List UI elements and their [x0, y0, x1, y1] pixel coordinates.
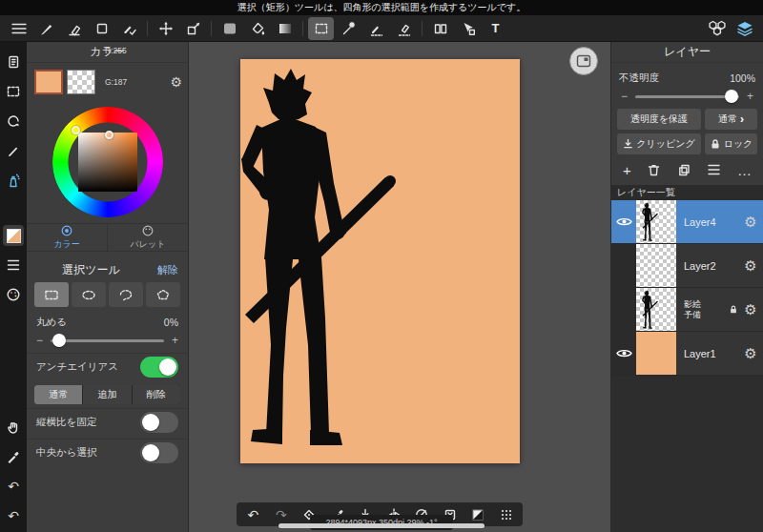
layer-list-button[interactable] [707, 163, 721, 176]
hue-selector-dot[interactable] [72, 126, 80, 134]
text-tool-button[interactable]: T [483, 17, 508, 40]
airbrush-panel-button[interactable] [3, 170, 24, 191]
palette-panel-button[interactable] [3, 284, 24, 305]
layers-toggle-button[interactable] [732, 17, 757, 40]
color-wheel[interactable] [52, 107, 163, 217]
select-rect-shape-button[interactable] [34, 282, 69, 307]
center-select-row: 中央から選択 [27, 439, 188, 465]
pen-panel-button[interactable] [3, 140, 24, 161]
center-select-toggle[interactable] [140, 442, 178, 463]
select-polygon-shape-button[interactable] [146, 282, 180, 307]
clipping-icon [623, 138, 633, 150]
plus-icon[interactable]: + [172, 334, 178, 347]
move-tool-button[interactable] [153, 17, 178, 40]
redo-button[interactable]: ↷ [270, 504, 293, 525]
round-slider[interactable] [51, 339, 164, 342]
eraser-tool-button[interactable] [61, 17, 87, 40]
canvas-area[interactable]: ↶ ↷ 2894*4093px 350dpi 29% -1° [189, 42, 610, 532]
undo-button[interactable]: ↶ [3, 476, 24, 497]
layer-settings-button[interactable]: ⚙ [738, 214, 763, 231]
delete-layer-button[interactable] [647, 163, 661, 177]
layer-settings-button[interactable]: ⚙ [738, 301, 763, 318]
color-settings-button[interactable]: ⚙ [170, 74, 182, 90]
layer-row-layer1[interactable]: Layer1 ⚙ [611, 332, 763, 376]
floating-window-button[interactable] [569, 47, 598, 75]
list-icon [6, 258, 21, 272]
select-panel-button[interactable] [3, 81, 24, 102]
minus-icon[interactable]: − [36, 334, 43, 347]
sync-icon [6, 113, 21, 129]
eyedropper-tool-button[interactable] [3, 446, 24, 467]
select-ellipse-shape-button[interactable] [72, 282, 106, 307]
deselect-button[interactable]: 解除 [146, 263, 178, 277]
list-panel-button[interactable] [3, 255, 24, 276]
hand-tool-button[interactable] [3, 417, 24, 438]
layers-panel: レイヤー 不透明度 100% − + 透明度を保護 通常› クリッピング ロック… [610, 42, 763, 532]
round-slider-thumb[interactable] [52, 334, 66, 347]
operation-tool-button[interactable] [455, 17, 481, 40]
brush-tool-button[interactable] [33, 17, 59, 40]
antialias-toggle[interactable] [140, 357, 178, 378]
menu-button[interactable] [6, 17, 31, 40]
canvas[interactable] [240, 59, 520, 463]
plus-icon[interactable]: + [747, 90, 753, 103]
minus-icon[interactable]: − [621, 90, 628, 103]
reset-view-button[interactable] [3, 111, 24, 132]
clipping-button[interactable]: クリッピング [617, 133, 701, 154]
layer-row-layer4[interactable]: Layer4 ⚙ [611, 200, 763, 244]
layer-name-line2: 予備 [684, 310, 729, 320]
grid-button[interactable] [495, 504, 518, 525]
tab-color[interactable]: カラー [27, 224, 108, 251]
opacity-slider-thumb[interactable] [725, 90, 738, 103]
layer-row-kage[interactable]: 影絵 予備 ⚙ [611, 288, 763, 332]
new-canvas-button[interactable] [3, 51, 24, 72]
divide-tool-button[interactable] [427, 17, 453, 40]
bucket-tool-button[interactable] [244, 17, 270, 40]
layer-settings-button[interactable]: ⚙ [738, 257, 763, 275]
select-pen-tool-button[interactable] [363, 17, 389, 40]
current-color-swatch[interactable] [34, 70, 63, 94]
undo-button-2[interactable]: ↶ [3, 505, 24, 526]
select-rect-tool-button[interactable] [308, 17, 334, 40]
antialias-row: アンチエイリアス [27, 353, 188, 379]
layer-visibility-toggle[interactable] [611, 288, 636, 331]
move-icon [158, 21, 174, 36]
fix-aspect-toggle[interactable] [140, 412, 178, 433]
layer-name-line1: 影絵 [684, 299, 729, 310]
magic-wand-tool-button[interactable] [336, 17, 361, 40]
select-lasso-shape-button[interactable] [109, 282, 143, 307]
protect-alpha-button[interactable]: 透明度を保護 [617, 109, 701, 130]
layer-actions-row: + … [611, 158, 763, 181]
layer-visibility-toggle[interactable] [611, 332, 636, 375]
select-pen-icon [369, 21, 384, 36]
gradient-tool-button[interactable] [272, 17, 298, 40]
layer-visibility-toggle[interactable] [611, 244, 636, 287]
invert-view-button[interactable] [466, 504, 489, 525]
layer-visibility-toggle[interactable] [611, 200, 636, 243]
duplicate-layer-button[interactable] [677, 163, 691, 177]
home-indicator[interactable] [278, 523, 485, 528]
transparent-color-swatch[interactable] [67, 70, 95, 94]
mode-add-button[interactable]: 追加 [83, 385, 131, 404]
saturation-value-square[interactable] [78, 133, 137, 192]
mode-delete-button[interactable]: 削除 [133, 385, 180, 404]
blend-mode-button[interactable]: 通常› [705, 109, 757, 130]
material-button[interactable] [704, 17, 730, 40]
tab-palette[interactable]: パレット [108, 224, 188, 251]
lock-button[interactable]: ロック [705, 133, 757, 154]
opacity-slider[interactable] [635, 95, 739, 98]
undo-button[interactable]: ↶ [241, 504, 264, 525]
layer-row-layer2[interactable]: Layer2 ⚙ [611, 244, 763, 288]
add-layer-button[interactable]: + [623, 162, 631, 178]
select-eraser-tool-button[interactable] [391, 17, 417, 40]
fill-color-button[interactable] [217, 17, 242, 40]
brush-icon [39, 21, 54, 36]
selection-tool-header: 選択ツール 解除 [27, 259, 188, 280]
eyedropper-icon [6, 449, 21, 464]
more-options-button[interactable]: … [737, 162, 752, 178]
color-chip-button[interactable] [3, 225, 24, 246]
layer-settings-button[interactable]: ⚙ [738, 345, 763, 362]
transform-tool-button[interactable] [180, 17, 206, 40]
mode-normal-button[interactable]: 通常 [34, 385, 82, 404]
sv-selector-dot[interactable] [105, 131, 113, 139]
